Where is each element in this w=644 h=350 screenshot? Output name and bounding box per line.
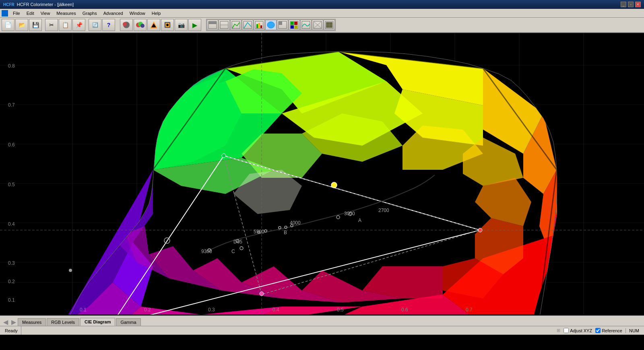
svg-rect-20 [291, 22, 294, 25]
camera-button[interactable]: 📷 [175, 19, 188, 31]
tab-gamma[interactable]: Gamma [116, 318, 140, 326]
reference-section: Reference [595, 328, 622, 333]
minimize-button[interactable]: _ [621, 2, 626, 7]
svg-rect-22 [291, 25, 294, 29]
menu-view[interactable]: View [37, 10, 54, 16]
view-btn-4[interactable] [242, 20, 253, 30]
x-label-03: 0.3 [208, 307, 215, 313]
y-label-02: 0.2 [8, 279, 15, 284]
svg-point-5 [166, 24, 169, 26]
view-btn-8[interactable] [289, 20, 300, 30]
view-buttons-group [206, 19, 336, 31]
resize-grip-icon: ⊞ [557, 328, 560, 333]
small-dot-1 [69, 269, 72, 272]
view-btn-5[interactable] [254, 20, 265, 30]
open-button[interactable]: 📂 [15, 19, 28, 31]
menu-window[interactable]: Window [126, 10, 149, 16]
view-btn-7[interactable] [277, 20, 288, 30]
tab-bar: ◀ ▶ Measures RGB Levels CIE Diagram Gamm… [0, 315, 644, 326]
chart-area: 9300 D65 C 5500 4000 3000 2700 A B [0, 33, 644, 315]
app-icon: HCFR [3, 2, 14, 7]
view-btn-3[interactable] [230, 20, 242, 30]
svg-point-4 [140, 24, 144, 28]
menu-help[interactable]: Help [149, 10, 164, 16]
view-btn-10[interactable] [312, 20, 323, 30]
status-right-section: ⊞ Adjust XYZ Reference NUM [557, 328, 642, 333]
view-btn-6[interactable] [265, 20, 277, 30]
view-btn-11[interactable] [324, 20, 335, 30]
svg-rect-15 [260, 25, 262, 28]
cut-button[interactable]: ✂ [45, 19, 58, 31]
view-btn-1[interactable] [207, 20, 218, 30]
probe-color4[interactable] [161, 19, 174, 31]
menu-file[interactable]: File [10, 10, 23, 16]
restore-button[interactable]: ▫ [628, 2, 634, 7]
x-label-05: 0.5 [337, 307, 344, 313]
adjust-xyz-label: Adjust XYZ [570, 328, 592, 333]
tab-scroll-right[interactable]: ▶ [10, 318, 18, 326]
view-btn-9[interactable] [300, 20, 312, 30]
tab-rgb-levels[interactable]: RGB Levels [47, 318, 79, 326]
label-c: C [231, 249, 235, 254]
y-label-04: 0.4 [8, 221, 15, 227]
y-label-07: 0.7 [8, 102, 15, 108]
yellow-point [331, 182, 337, 188]
paste-button[interactable]: 📌 [72, 19, 85, 31]
menu-bar: File Edit View Measures Graphs Advanced … [0, 9, 644, 18]
menu-advanced[interactable]: Advanced [100, 10, 126, 16]
help-button[interactable]: ? [102, 19, 115, 31]
label-d65: D65 [233, 239, 242, 245]
tab-measures[interactable]: Measures [18, 318, 46, 326]
label-a: A [358, 218, 361, 223]
gamut-green-vertex [222, 154, 226, 158]
svg-rect-23 [294, 25, 297, 29]
save-button[interactable]: 💾 [29, 19, 42, 31]
new-button[interactable]: 📄 [2, 19, 14, 31]
x-label-04: 0.4 [272, 307, 279, 313]
cie-diagram-svg: 9300 D65 C 5500 4000 3000 2700 A B [0, 33, 644, 315]
gamut-red-vertex [478, 228, 482, 232]
title-bar: HCFR HCFR Colorimeter - [jälkeen] _ ▫ ✕ [0, 0, 644, 9]
label-5500: 5500 [254, 229, 264, 235]
x-label-02: 0.2 [144, 307, 151, 313]
tab-cie-diagram[interactable]: CIE Diagram [80, 318, 115, 326]
tab-scroll-left[interactable]: ◀ [2, 318, 10, 326]
y-label-01: 0.1 [8, 297, 15, 303]
menu-graphs[interactable]: Graphs [79, 10, 100, 16]
svg-rect-13 [256, 24, 258, 28]
reference-checkbox[interactable] [595, 328, 601, 333]
menu-measures[interactable]: Measures [53, 10, 79, 16]
window-controls[interactable]: _ ▫ ✕ [621, 2, 641, 7]
app-logo [2, 10, 8, 16]
x-label-07: 0.7 [466, 307, 473, 313]
probe-color2[interactable] [134, 19, 147, 31]
svg-rect-18 [279, 21, 282, 25]
svg-rect-21 [294, 22, 297, 25]
probe-color3[interactable] [147, 19, 160, 31]
adjust-xyz-section: Adjust XYZ [564, 328, 592, 333]
x-label-06: 0.6 [401, 307, 408, 313]
close-button[interactable]: ✕ [635, 2, 641, 7]
adjust-xyz-checkbox[interactable] [564, 328, 569, 333]
y-label-08: 0.8 [8, 63, 15, 69]
magenta-point [260, 292, 264, 296]
y-label-03: 0.3 [8, 260, 15, 266]
status-text: Ready [2, 326, 21, 335]
svg-point-1 [123, 22, 127, 26]
num-indicator: NUM [625, 328, 642, 333]
svg-point-16 [267, 22, 275, 28]
label-2700: 2700 [378, 208, 389, 213]
probe-color1[interactable] [120, 19, 133, 31]
menu-edit[interactable]: Edit [23, 10, 37, 16]
refresh-button[interactable]: 🔄 [89, 19, 101, 31]
view-btn-2[interactable] [219, 20, 230, 30]
y-label-05: 0.5 [8, 182, 15, 187]
label-b: B [284, 230, 287, 235]
status-bar: Ready ⊞ Adjust XYZ Reference NUM [0, 326, 644, 335]
play-button[interactable]: ▶ [188, 19, 201, 31]
reference-label: Reference [602, 328, 622, 333]
x-label-01: 0.1 [80, 307, 87, 313]
copy-button[interactable]: 📋 [59, 19, 72, 31]
svg-rect-7 [208, 21, 217, 24]
y-label-06: 0.6 [8, 142, 15, 148]
